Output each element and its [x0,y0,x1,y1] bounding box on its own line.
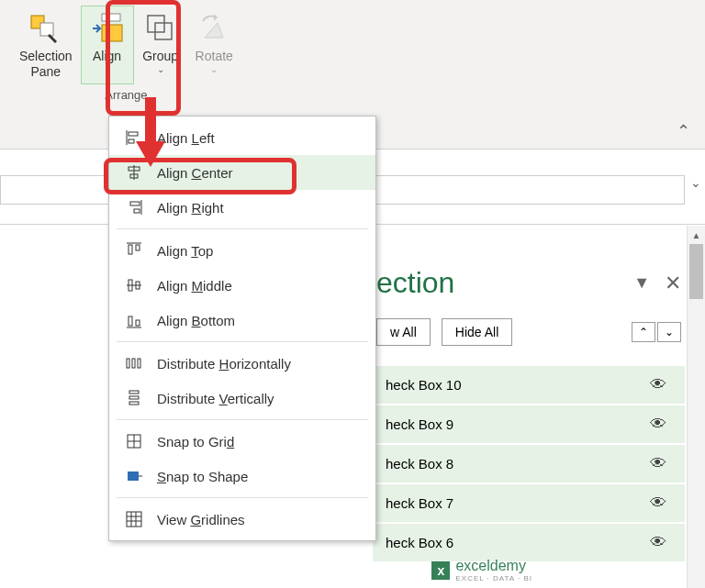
svg-rect-28 [129,396,139,399]
visibility-toggle-icon[interactable]: 👁 [650,533,672,552]
chevron-down-icon: ⌄ [210,64,218,74]
svg-rect-25 [132,359,135,368]
group-label: Group [142,49,178,64]
distribute-horizontally-item[interactable]: Distribute Horizontally [109,346,375,381]
align-center-icon [124,162,144,183]
watermark-icon: x [431,561,450,580]
item-label: heck Box 9 [386,416,453,432]
list-item[interactable]: heck Box 10👁 [373,366,685,404]
vertical-scrollbar[interactable]: ▲ [687,226,705,588]
menu-label: Align Middle [157,278,232,294]
move-up-button[interactable]: ⌃ [632,322,655,342]
svg-rect-16 [129,245,132,254]
menu-separator [117,419,368,420]
pane-header: ection ▼ ✕ [373,259,685,315]
snap-grid-icon [124,431,144,451]
align-top-item[interactable]: Align Top [109,233,375,268]
pane-options-button[interactable]: ▼ [633,273,650,293]
list-item[interactable]: heck Box 6👁 [373,524,685,561]
svg-rect-23 [136,320,140,326]
svg-rect-33 [128,472,139,481]
scroll-thumb[interactable] [689,244,703,299]
chevron-down-icon: ⌄ [157,64,164,74]
selection-pane-button[interactable]: SelectionPane [11,6,81,84]
align-center-item[interactable]: Align Center [109,155,375,190]
list-item[interactable]: heck Box 8👁 [373,445,685,483]
arrange-group: SelectionPane Align ⌄ Group ⌄ R [7,4,245,104]
hide-all-button[interactable]: Hide All [442,318,512,346]
distribute-h-icon [124,353,144,373]
align-middle-item[interactable]: Align Middle [109,268,375,303]
show-all-button[interactable]: w All [376,318,431,346]
rotate-icon [196,10,232,47]
list-item[interactable]: heck Box 7👁 [373,484,685,522]
item-label: heck Box 8 [386,456,453,472]
pane-close-button[interactable]: ✕ [665,272,681,295]
align-left-item[interactable]: Align Left [109,120,375,155]
svg-rect-2 [102,14,120,21]
menu-label: Align Left [157,130,215,146]
svg-rect-35 [127,512,141,527]
svg-rect-8 [129,139,134,143]
distribute-v-icon [124,388,144,408]
group-name-label: Arrange [105,88,147,102]
watermark-sub: EXCEL · DATA · BI [455,574,532,582]
snap-to-grid-item[interactable]: Snap to Grid [109,424,375,459]
menu-label: Align Top [157,243,213,259]
group-button[interactable]: Group ⌄ [134,6,187,84]
rotate-button: Rotate ⌄ [187,6,241,84]
svg-rect-14 [134,209,140,213]
svg-rect-22 [129,316,132,326]
menu-label: Snap to Shape [157,469,248,484]
view-gridlines-item[interactable]: View Gridlines [109,502,375,537]
item-label: heck Box 7 [386,495,453,511]
selection-pane-label: SelectionPane [19,49,73,80]
pane-toolbar: w All Hide All ⌃ ⌄ [373,315,685,349]
svg-rect-4 [148,16,164,32]
selection-pane: ection ▼ ✕ w All Hide All ⌃ ⌄ heck Box 1… [373,259,685,563]
menu-label: Distribute Vertically [157,391,274,406]
visibility-toggle-icon[interactable]: 👁 [650,454,672,473]
menu-separator [117,341,368,342]
scroll-up-button[interactable]: ▲ [688,226,705,244]
move-down-button[interactable]: ⌄ [657,322,681,342]
distribute-vertically-item[interactable]: Distribute Vertically [109,381,375,416]
svg-rect-29 [129,402,139,405]
svg-rect-13 [130,202,140,205]
snap-to-shape-item[interactable]: Snap to Shape [109,459,375,494]
svg-rect-1 [40,23,53,36]
svg-rect-24 [127,359,129,368]
align-bottom-icon [124,310,144,330]
pane-title: ection [376,266,454,300]
align-right-icon [124,197,144,217]
menu-label: Align Bottom [157,313,235,328]
align-right-item[interactable]: Align Right [109,190,375,225]
align-top-icon [124,240,144,261]
align-label: Align [93,49,121,64]
svg-rect-26 [138,359,140,368]
menu-separator [117,228,368,229]
svg-rect-17 [136,245,140,250]
visibility-toggle-icon[interactable]: 👁 [650,415,672,434]
watermark-brand: exceldemy [455,558,532,574]
align-bottom-item[interactable]: Align Bottom [109,303,375,338]
menu-label: View Gridlines [157,512,245,527]
selection-pane-icon [28,10,64,47]
align-dropdown-menu: Align Left Align Center Align Right Alig… [108,116,376,541]
align-left-icon [124,128,144,148]
visibility-toggle-icon[interactable]: 👁 [650,494,672,513]
formula-expand-button[interactable]: ⌄ [690,175,701,190]
menu-label: Align Center [157,165,233,181]
svg-rect-3 [102,25,122,41]
chevron-down-icon: ⌄ [104,64,111,74]
menu-label: Snap to Grid [157,434,234,449]
collapse-ribbon-button[interactable]: ⌃ [677,121,690,141]
item-label: heck Box 6 [386,535,453,550]
align-button[interactable]: Align ⌄ [81,6,134,84]
menu-label: Align Right [157,200,224,216]
visibility-toggle-icon[interactable]: 👁 [650,375,672,394]
list-item[interactable]: heck Box 9👁 [373,405,685,443]
pane-object-list: heck Box 10👁 heck Box 9👁 heck Box 8👁 hec… [373,366,685,561]
menu-separator [117,497,368,498]
gridlines-icon [124,509,144,529]
